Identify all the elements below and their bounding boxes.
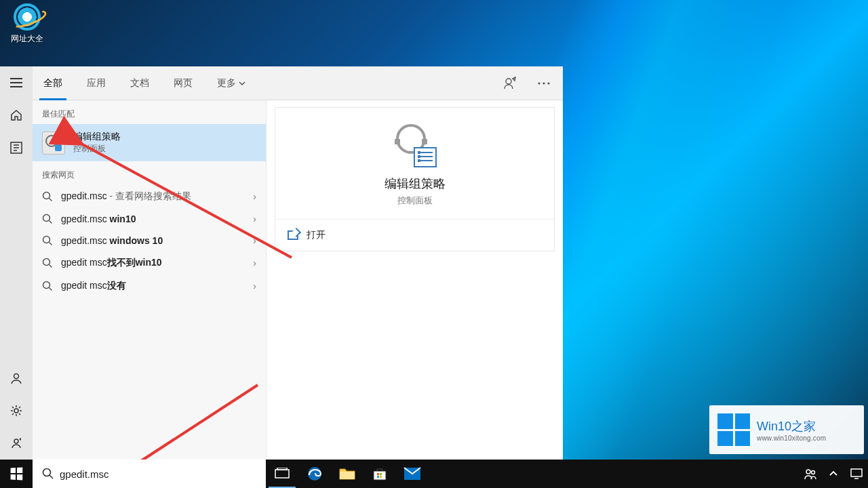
search-panel: 全部 应用 文档 网页 更多 最佳匹配 bbox=[0, 66, 563, 460]
gpedit-icon bbox=[42, 131, 65, 155]
start-button[interactable] bbox=[0, 460, 33, 488]
search-icon bbox=[42, 468, 54, 480]
svg-rect-20 bbox=[377, 473, 379, 475]
web-result[interactable]: gpedit msc找不到win10 › bbox=[33, 251, 266, 274]
svg-point-9 bbox=[43, 215, 50, 222]
search-icon bbox=[42, 235, 53, 246]
tab-more[interactable]: 更多 bbox=[206, 66, 256, 100]
svg-point-3 bbox=[14, 439, 18, 443]
watermark-logo bbox=[717, 413, 750, 446]
gpedit-large-icon bbox=[393, 124, 437, 167]
chevron-right-icon: › bbox=[253, 191, 256, 202]
section-best-match: 最佳匹配 bbox=[33, 100, 266, 124]
edge-icon[interactable] bbox=[298, 460, 331, 488]
rail-home-icon[interactable] bbox=[0, 99, 33, 131]
search-icon bbox=[42, 214, 53, 224]
svg-point-25 bbox=[806, 470, 810, 474]
svg-point-15 bbox=[43, 469, 51, 476]
svg-point-26 bbox=[812, 471, 815, 474]
search-input[interactable] bbox=[54, 468, 263, 480]
tray-chevron-up-icon[interactable] bbox=[822, 460, 845, 488]
store-icon[interactable] bbox=[363, 460, 396, 488]
chevron-right-icon: › bbox=[253, 258, 256, 268]
preview-open-action[interactable]: 打开 bbox=[275, 220, 554, 251]
watermark: Win10之家 www.win10xitong.com bbox=[709, 405, 864, 454]
tab-more-label: 更多 bbox=[217, 77, 236, 89]
svg-point-11 bbox=[43, 259, 50, 266]
rail-feedback-icon[interactable] bbox=[0, 427, 33, 460]
svg-rect-19 bbox=[340, 472, 355, 479]
search-preview: 编辑组策略 控制面板 打开 bbox=[266, 100, 563, 460]
file-explorer-icon[interactable] bbox=[331, 460, 363, 488]
search-icon bbox=[42, 191, 53, 202]
search-results: 最佳匹配 编辑组策略 控制面板 搜索网页 gpedit.msc - 查看网络搜索… bbox=[33, 100, 266, 460]
search-tabs: 全部 应用 文档 网页 更多 bbox=[33, 66, 563, 100]
best-match-item[interactable]: 编辑组策略 控制面板 bbox=[33, 124, 266, 161]
svg-point-8 bbox=[43, 192, 50, 199]
feedback-icon[interactable] bbox=[496, 70, 524, 97]
svg-point-5 bbox=[538, 82, 540, 84]
desktop-shortcut-label: 网址大全 bbox=[5, 33, 49, 45]
search-body: 最佳匹配 编辑组策略 控制面板 搜索网页 gpedit.msc - 查看网络搜索… bbox=[33, 100, 563, 460]
search-icon bbox=[42, 258, 53, 268]
desktop-shortcut-ie[interactable]: 网址大全 bbox=[5, 3, 49, 45]
taskbar-search[interactable] bbox=[33, 460, 266, 488]
svg-rect-16 bbox=[275, 470, 289, 478]
tab-documents[interactable]: 文档 bbox=[119, 66, 160, 100]
more-options-icon[interactable] bbox=[530, 70, 557, 97]
taskbar bbox=[0, 460, 868, 488]
rail-menu-icon[interactable] bbox=[0, 66, 33, 99]
preview-card: 编辑组策略 控制面板 打开 bbox=[275, 107, 555, 251]
search-panel-main: 全部 应用 文档 网页 更多 最佳匹配 bbox=[33, 66, 563, 460]
watermark-url: www.win10xitong.com bbox=[757, 434, 826, 442]
search-icon bbox=[42, 281, 53, 291]
svg-point-2 bbox=[14, 409, 18, 413]
windows-logo-icon bbox=[11, 468, 23, 481]
task-view-icon[interactable] bbox=[266, 460, 298, 488]
svg-point-12 bbox=[43, 282, 50, 289]
mail-icon[interactable] bbox=[396, 460, 429, 488]
svg-point-10 bbox=[43, 237, 50, 243]
system-tray bbox=[799, 460, 868, 488]
web-result[interactable]: gpedit.msc windows 10 › bbox=[33, 230, 266, 251]
rail-account-icon[interactable] bbox=[0, 362, 33, 394]
preview-title: 编辑组策略 bbox=[384, 176, 446, 192]
web-result[interactable]: gpedit.msc win10 › bbox=[33, 208, 266, 230]
preview-open-label: 打开 bbox=[307, 229, 326, 241]
chevron-right-icon: › bbox=[253, 281, 256, 291]
svg-point-1 bbox=[14, 374, 19, 379]
svg-rect-23 bbox=[380, 476, 382, 478]
open-icon bbox=[288, 230, 298, 240]
search-rail bbox=[0, 66, 33, 460]
svg-rect-22 bbox=[377, 476, 379, 478]
chevron-right-icon: › bbox=[253, 214, 256, 224]
section-web-search: 搜索网页 bbox=[33, 161, 266, 185]
svg-point-6 bbox=[542, 82, 545, 84]
tab-apps[interactable]: 应用 bbox=[76, 66, 117, 100]
svg-rect-21 bbox=[380, 473, 382, 475]
svg-rect-27 bbox=[851, 469, 862, 476]
chevron-down-icon bbox=[239, 80, 245, 87]
watermark-title: Win10之家 bbox=[757, 418, 826, 434]
ie-icon bbox=[14, 3, 41, 30]
best-match-title: 编辑组策略 bbox=[73, 131, 121, 143]
chevron-right-icon: › bbox=[253, 235, 256, 246]
preview-subtitle: 控制面板 bbox=[397, 195, 433, 207]
rail-apps-icon[interactable] bbox=[0, 131, 33, 164]
tray-network-icon[interactable] bbox=[845, 460, 868, 488]
rail-settings-icon[interactable] bbox=[0, 394, 33, 427]
tab-web[interactable]: 网页 bbox=[163, 66, 203, 100]
tab-all[interactable]: 全部 bbox=[33, 66, 73, 100]
best-match-subtitle: 控制面板 bbox=[73, 143, 121, 155]
tray-people-icon[interactable] bbox=[799, 460, 822, 488]
taskbar-pinned bbox=[266, 460, 429, 488]
web-result[interactable]: gpedit msc没有 › bbox=[33, 274, 266, 298]
svg-rect-17 bbox=[277, 468, 287, 470]
svg-point-4 bbox=[506, 79, 511, 84]
web-result[interactable]: gpedit.msc - 查看网络搜索结果 › bbox=[33, 185, 266, 208]
svg-point-7 bbox=[547, 82, 549, 84]
